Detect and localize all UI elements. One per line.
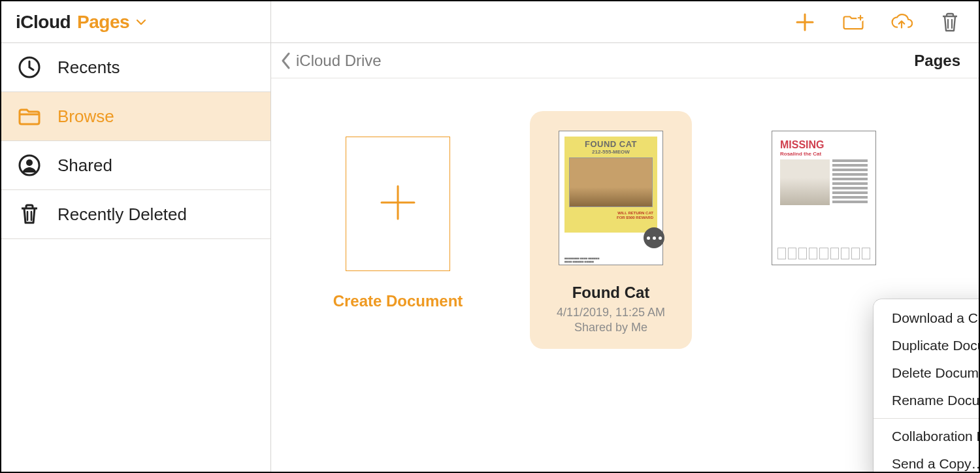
sidebar-item-shared[interactable]: Shared: [1, 141, 270, 190]
top-toolbar: iCloud Pages: [1, 1, 979, 43]
menu-item-rename[interactable]: Rename Document: [874, 387, 980, 414]
plus-icon: [794, 11, 816, 33]
create-document-label: Create Document: [333, 292, 463, 310]
menu-item-collaboration[interactable]: Collaboration Details…: [874, 423, 980, 450]
chevron-down-icon: [136, 17, 146, 27]
sidebar-item-label: Recents: [57, 57, 120, 78]
sidebar-item-recents[interactable]: Recents: [1, 43, 270, 92]
sidebar: Recents Browse Shared Recently Deleted: [1, 43, 271, 472]
menu-item-download-copy[interactable]: Download a Copy…: [874, 304, 980, 332]
document-thumbnail: MISSING Rosalind the Cat: [772, 131, 876, 265]
create-document-tile[interactable]: Create Document: [317, 111, 479, 310]
plus-icon: [375, 180, 421, 228]
main-content: iCloud Drive Pages Create Document FOUND: [271, 43, 979, 472]
upload-cloud-icon: [890, 11, 913, 33]
svg-point-3: [26, 159, 33, 166]
menu-separator: [874, 418, 980, 419]
breadcrumb-title: Pages: [914, 52, 960, 70]
menu-item-send-copy[interactable]: Send a Copy…: [874, 450, 980, 473]
sidebar-item-browse[interactable]: Browse: [1, 92, 270, 141]
new-folder-icon: [842, 11, 864, 33]
breadcrumb-back[interactable]: iCloud Drive: [280, 52, 382, 70]
brand-pages: Pages: [77, 12, 129, 33]
sidebar-item-label: Browse: [57, 106, 114, 127]
document-more-button[interactable]: [644, 227, 664, 248]
menu-item-duplicate[interactable]: Duplicate Document: [874, 332, 980, 359]
sidebar-item-label: Recently Deleted: [57, 204, 187, 225]
document-name: Found Cat: [530, 284, 692, 302]
delete-button[interactable]: [937, 9, 963, 35]
clock-icon: [17, 55, 42, 80]
document-sharer: Shared by Me: [530, 321, 692, 334]
app-switcher[interactable]: iCloud Pages: [1, 1, 271, 42]
document-tile-found-cat[interactable]: FOUND CAT 212-555-MEOW WILL RETURN CATFO…: [530, 111, 692, 349]
sidebar-item-label: Shared: [57, 155, 112, 176]
brand-icloud: iCloud: [16, 12, 71, 33]
chevron-left-icon: [280, 52, 292, 70]
breadcrumb-bar: iCloud Drive Pages: [271, 43, 979, 78]
document-date: 4/11/2019, 11:25 AM: [530, 306, 692, 319]
folder-icon: [17, 104, 42, 129]
upload-button[interactable]: [889, 9, 915, 35]
document-tile-missing-cat[interactable]: MISSING Rosalind the Cat: [743, 111, 905, 280]
trash-icon: [939, 11, 961, 33]
person-circle-icon: [17, 153, 42, 178]
trash-icon: [17, 202, 42, 227]
menu-item-delete[interactable]: Delete Document: [874, 359, 980, 387]
new-document-button[interactable]: [792, 9, 818, 35]
create-document-box[interactable]: [346, 137, 450, 271]
new-folder-button[interactable]: [840, 9, 866, 35]
document-context-menu: Download a Copy… Duplicate Document Dele…: [874, 299, 980, 473]
sidebar-item-recently-deleted[interactable]: Recently Deleted: [1, 190, 270, 239]
breadcrumb-back-label: iCloud Drive: [296, 52, 382, 70]
